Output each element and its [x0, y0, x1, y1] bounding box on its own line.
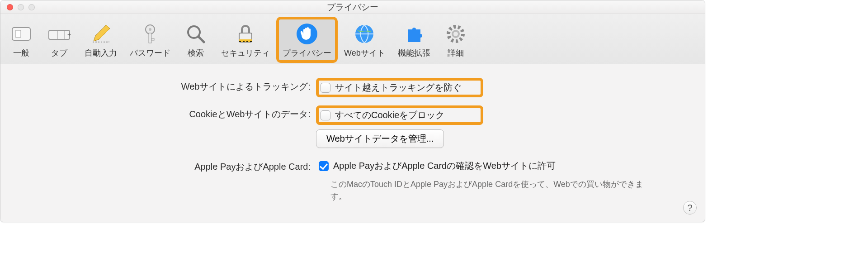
tab-advanced[interactable]: 詳細	[437, 17, 475, 63]
tabs-icon: +	[47, 21, 72, 47]
applepay-checkbox-group[interactable]: Apple PayおよびApple Cardの確認をWebサイトに許可	[316, 158, 561, 174]
svg-line-13	[198, 37, 204, 42]
tracking-row: Webサイトによるトラッキング: サイト越えトラッキングを防ぐ	[12, 78, 693, 97]
svg-rect-0	[12, 28, 30, 40]
puzzle-icon	[401, 21, 427, 47]
tab-label: セキュリティ	[221, 48, 270, 58]
applepay-checkbox[interactable]	[319, 161, 329, 171]
preferences-toolbar: 一般 + タブ 自動入力 パスワード 検索	[0, 14, 705, 64]
help-button[interactable]: ?	[683, 201, 697, 215]
tab-passwords[interactable]: パスワード	[123, 17, 177, 63]
applepay-row: Apple PayおよびApple Card: Apple PayおよびAppl…	[12, 158, 693, 203]
switch-icon	[9, 21, 34, 47]
svg-rect-1	[15, 30, 21, 38]
tab-websites[interactable]: Webサイト	[338, 17, 392, 63]
tab-label: Webサイト	[344, 48, 385, 58]
svg-rect-15	[239, 39, 252, 42]
tab-search[interactable]: 検索	[177, 17, 215, 63]
pencil-icon	[88, 21, 113, 47]
tab-privacy[interactable]: プライバシー	[276, 17, 338, 63]
svg-point-20	[453, 32, 458, 36]
magnifier-icon	[183, 21, 208, 47]
tab-general[interactable]: 一般	[2, 17, 40, 63]
tracking-label: Webサイトによるトラッキング:	[12, 78, 316, 93]
svg-rect-11	[151, 38, 154, 40]
applepay-label: Apple PayおよびApple Card:	[12, 158, 316, 173]
tab-label: パスワード	[130, 48, 170, 58]
tab-label: タブ	[51, 48, 67, 58]
tab-tabs[interactable]: + タブ	[40, 17, 78, 63]
gear-icon	[443, 21, 468, 47]
preferences-window: プライバシー 一般 + タブ 自動入力 パスワード	[0, 0, 705, 222]
manage-website-data-button[interactable]: Webサイトデータを管理...	[316, 129, 444, 148]
cookies-label: CookieとWebサイトのデータ:	[12, 105, 316, 120]
window-controls	[0, 4, 35, 10]
tab-label: 機能拡張	[398, 48, 430, 58]
tracking-checkbox[interactable]	[321, 83, 330, 93]
cookies-checkbox[interactable]	[321, 110, 330, 120]
svg-rect-2	[49, 30, 70, 39]
minimize-window-button[interactable]	[18, 4, 24, 10]
key-icon	[137, 21, 163, 47]
tab-extensions[interactable]: 機能拡張	[392, 17, 437, 63]
close-window-button[interactable]	[7, 4, 13, 10]
zoom-window-button[interactable]	[28, 4, 35, 10]
tab-label: 一般	[13, 48, 29, 58]
tracking-checkbox-group[interactable]: サイト越えトラッキングを防ぐ	[316, 78, 483, 97]
padlock-icon	[233, 21, 258, 47]
svg-rect-7	[93, 41, 109, 43]
hand-stop-icon	[294, 21, 320, 47]
cookies-checkbox-group[interactable]: すべてのCookieをブロック	[316, 105, 483, 125]
svg-marker-6	[94, 25, 110, 41]
tracking-checkbox-label: サイト越えトラッキングを防ぐ	[335, 81, 462, 94]
tab-autofill[interactable]: 自動入力	[78, 17, 123, 63]
titlebar: プライバシー	[0, 0, 705, 14]
globe-icon	[352, 21, 377, 47]
cookies-checkbox-label: すべてのCookieをブロック	[335, 109, 444, 121]
tab-security[interactable]: セキュリティ	[215, 17, 276, 63]
svg-text:+: +	[67, 31, 71, 38]
tab-label: 検索	[188, 48, 204, 58]
tab-label: 自動入力	[85, 48, 117, 58]
svg-point-9	[149, 28, 151, 31]
window-title: プライバシー	[0, 1, 705, 13]
tab-label: 詳細	[448, 48, 464, 58]
applepay-description: このMacのTouch IDとApple PayおよびApple Cardを使っ…	[330, 178, 656, 203]
cookies-row: CookieとWebサイトのデータ: すべてのCookieをブロック Webサイ…	[12, 105, 693, 148]
privacy-content: Webサイトによるトラッキング: サイト越えトラッキングを防ぐ CookieとW…	[0, 64, 705, 222]
svg-rect-10	[149, 33, 151, 43]
applepay-checkbox-label: Apple PayおよびApple Cardの確認をWebサイトに許可	[333, 160, 556, 172]
tab-label: プライバシー	[283, 48, 331, 58]
